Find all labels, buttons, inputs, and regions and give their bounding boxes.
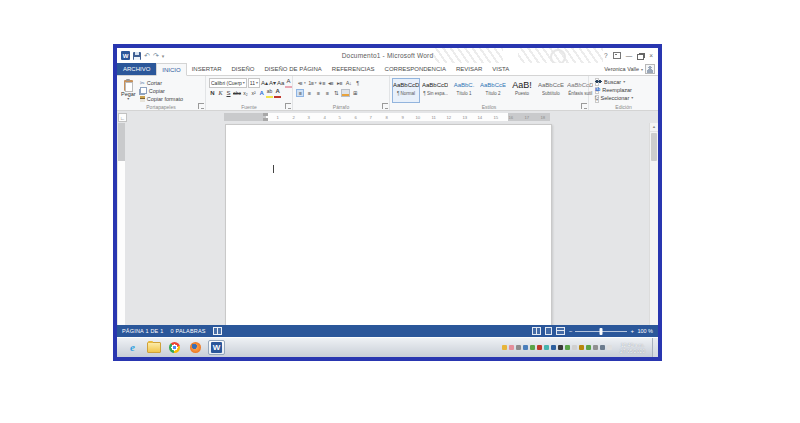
word-count[interactable]: 0 PALABRAS — [170, 328, 205, 334]
text-effects-button[interactable]: A — [258, 89, 265, 97]
dialog-launcher-icon[interactable] — [581, 103, 587, 109]
scroll-up-arrow-icon[interactable]: ▲ — [650, 123, 658, 132]
style-card-titulo-2[interactable]: AaBbCcE Título 2 — [479, 78, 507, 103]
subscript-button[interactable]: x₂ — [242, 89, 249, 97]
save-icon[interactable] — [133, 52, 141, 60]
tray-icon[interactable] — [593, 345, 598, 350]
tray-icon[interactable] — [516, 345, 521, 350]
dialog-launcher-icon[interactable] — [198, 103, 204, 109]
tab-revisar[interactable]: REVISAR — [451, 63, 487, 75]
show-marks-button[interactable]: ¶ — [354, 79, 362, 87]
web-layout-button[interactable] — [556, 327, 565, 335]
taskbar-clock[interactable]: 12:40 a.m. 27/05/2020 — [620, 342, 645, 354]
zoom-slider-handle[interactable] — [600, 328, 603, 335]
account-menu[interactable]: Veronica Valle ▾ — [604, 63, 658, 75]
change-case-button[interactable]: Aa — [277, 79, 284, 87]
dialog-launcher-icon[interactable] — [382, 103, 388, 109]
tray-icon[interactable] — [572, 345, 577, 350]
decrease-indent-button[interactable]: ◂≡ — [327, 79, 335, 87]
justify-button[interactable]: ≡ — [323, 89, 331, 97]
page-count[interactable]: PÁGINA 1 DE 1 — [122, 328, 163, 334]
bullets-button[interactable]: •≡ — [296, 79, 304, 87]
tray-icon[interactable] — [502, 345, 507, 350]
select-button[interactable]: ▷ Seleccionar ▾ — [595, 94, 656, 101]
tray-icon[interactable] — [600, 345, 605, 350]
undo-icon[interactable]: ↶ — [144, 51, 150, 60]
document-page[interactable] — [225, 124, 552, 325]
tray-icon[interactable] — [523, 345, 528, 350]
tab-diseno[interactable]: DISEÑO — [226, 63, 259, 75]
word-app-icon[interactable]: W — [121, 51, 130, 60]
tray-icon[interactable] — [586, 345, 591, 350]
style-card-titulo-1[interactable]: AaBbC. Título 1 — [450, 78, 478, 103]
style-card-subtitulo[interactable]: AaBbCcE Subtítulo — [537, 78, 565, 103]
superscript-button[interactable]: x² — [250, 89, 257, 97]
dialog-launcher-icon[interactable] — [285, 103, 291, 109]
qat-customize-icon[interactable]: ▾ — [162, 53, 165, 59]
tab-insertar[interactable]: INSERTAR — [187, 63, 227, 75]
tray-icon[interactable] — [607, 345, 612, 350]
align-center-button[interactable]: ≡ — [305, 89, 313, 97]
highlight-color-button[interactable]: ab — [266, 88, 273, 98]
tray-icon[interactable] — [509, 345, 514, 350]
underline-button[interactable]: S — [225, 89, 232, 97]
replace-button[interactable]: ab Reemplazar — [595, 86, 656, 93]
tab-selector-button[interactable]: ∟ — [118, 113, 127, 122]
vertical-scrollbar[interactable]: ▲ — [649, 123, 658, 325]
align-left-button[interactable]: ≡ — [296, 89, 304, 97]
tab-archivo[interactable]: ARCHIVO — [117, 63, 156, 75]
help-button[interactable]: ? — [604, 51, 608, 61]
tray-icon[interactable] — [565, 345, 570, 350]
numbering-button[interactable]: 1≡ — [307, 79, 315, 87]
zoom-slider[interactable] — [575, 331, 627, 332]
tray-icon[interactable] — [544, 345, 549, 350]
font-size-combobox[interactable]: 11 ▾ — [248, 78, 260, 88]
indent-marker[interactable] — [263, 113, 268, 121]
increase-indent-button[interactable]: ▸≡ — [336, 79, 344, 87]
read-mode-button[interactable] — [532, 327, 541, 335]
zoom-in-button[interactable]: + — [630, 328, 634, 334]
tray-icon[interactable] — [558, 345, 563, 350]
proofing-status-icon[interactable] — [213, 327, 222, 335]
redo-icon[interactable]: ↷ — [153, 51, 159, 60]
print-layout-button[interactable] — [545, 327, 552, 335]
font-color-button[interactable]: A — [274, 88, 281, 98]
cut-button[interactable]: ✂ Cortar — [140, 79, 183, 86]
borders-button[interactable]: ⊞ — [351, 89, 359, 97]
zoom-level[interactable]: 100 % — [637, 328, 653, 334]
style-card-puesto[interactable]: AaB! Puesto — [508, 78, 536, 103]
taskbar-app-internet-explorer[interactable]: e — [124, 340, 141, 355]
tray-icon[interactable] — [551, 345, 556, 350]
sort-button[interactable]: A↓ — [345, 79, 353, 87]
strikethrough-button[interactable]: abc — [233, 89, 241, 97]
close-button[interactable]: × — [649, 51, 653, 61]
taskbar-app-chrome[interactable] — [166, 340, 183, 355]
align-right-button[interactable]: ≡ — [314, 89, 322, 97]
bold-button[interactable]: N — [209, 89, 216, 97]
style-card-normal[interactable]: AaBbCcDc ¶ Normal — [392, 78, 420, 103]
shading-button[interactable] — [341, 89, 350, 97]
grow-font-button[interactable]: A▴ — [261, 79, 268, 87]
tray-icon[interactable] — [537, 345, 542, 350]
minimize-button[interactable]: — — [626, 51, 633, 61]
tray-icon[interactable] — [530, 345, 535, 350]
tab-diseno-de-pagina[interactable]: DISEÑO DE PÁGINA — [260, 63, 327, 75]
show-desktop-button[interactable] — [652, 338, 658, 357]
line-spacing-button[interactable]: ⇅ — [332, 89, 340, 97]
multilevel-list-button[interactable]: ∗≡ — [318, 79, 326, 87]
find-button[interactable]: Buscar ▾ — [595, 78, 656, 85]
style-card-sin-espaciado[interactable]: AaBbCcDc ¶ Sin espa... — [421, 78, 449, 103]
tab-inicio[interactable]: INICIO — [156, 63, 186, 76]
taskbar-app-word[interactable]: W — [208, 340, 225, 355]
restore-button[interactable] — [637, 54, 644, 60]
taskbar-app-firefox[interactable] — [187, 340, 204, 355]
tab-vista[interactable]: VISTA — [487, 63, 514, 75]
zoom-out-button[interactable]: − — [569, 328, 573, 334]
taskbar-app-file-explorer[interactable] — [145, 340, 162, 355]
font-name-combobox[interactable]: Calibri (Cuerp ▾ — [209, 78, 247, 88]
copy-button[interactable]: Copiar — [140, 87, 183, 94]
tray-icon[interactable] — [579, 345, 584, 350]
italic-button[interactable]: K — [217, 89, 224, 97]
ribbon-display-options-icon[interactable] — [613, 52, 621, 59]
clear-formatting-button[interactable]: A — [285, 78, 292, 88]
